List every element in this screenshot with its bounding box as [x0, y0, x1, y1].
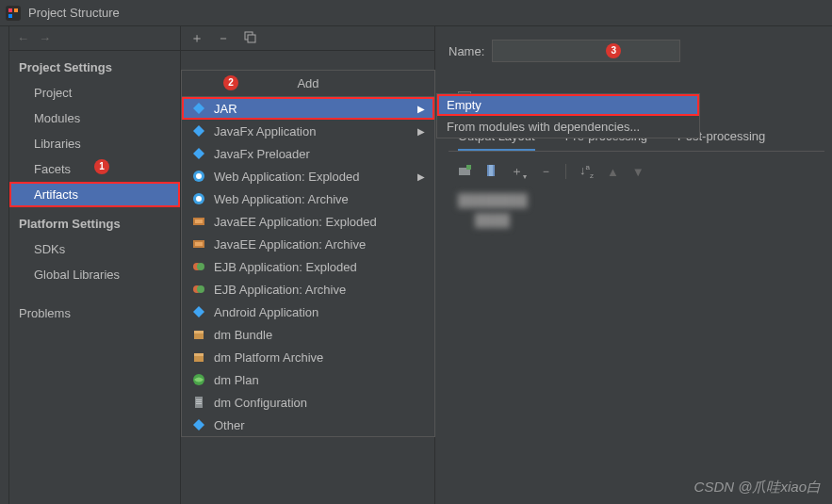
svg-rect-3 — [8, 14, 12, 18]
svg-rect-1 — [8, 8, 12, 12]
svg-rect-14 — [195, 219, 203, 223]
diamond-icon — [191, 417, 206, 432]
svg-point-10 — [196, 173, 202, 179]
annotation-badge-2: 2 — [223, 75, 238, 90]
submenu-item-empty[interactable]: Empty — [437, 94, 699, 116]
chevron-right-icon: ▶ — [417, 104, 425, 114]
ejb-icon — [191, 282, 206, 297]
javaee-icon — [191, 214, 206, 229]
tool-window-strip — [0, 26, 9, 504]
diamond-icon — [191, 101, 206, 116]
svg-marker-21 — [193, 306, 204, 317]
output-layout-tree[interactable]: ████████ ████ — [449, 185, 824, 236]
menu-item-dm-bundle[interactable]: dm Bundle — [182, 323, 434, 346]
move-up-icon[interactable]: ▲ — [607, 165, 619, 179]
menu-item-javafx-preloader[interactable]: JavaFx Preloader — [182, 142, 434, 165]
add-artifact-menu: Add 2 JAR ▶ JavaFx Application ▶ JavaFx … — [181, 70, 435, 437]
forward-icon[interactable]: → — [39, 31, 51, 45]
section-platform-settings: Platform Settings — [9, 207, 180, 236]
svg-rect-29 — [196, 401, 202, 402]
add-copy-icon[interactable]: ＋▾ — [511, 163, 527, 181]
svg-marker-31 — [193, 419, 204, 431]
svg-rect-33 — [466, 165, 471, 170]
menu-item-dm-platform-archive[interactable]: dm Platform Archive — [182, 346, 434, 368]
sidebar-item-project[interactable]: Project — [9, 80, 180, 106]
sort-icon[interactable]: ↓az — [579, 163, 594, 180]
artifact-list-panel: ＋ － Add 2 JAR ▶ JavaFx Application ▶ — [181, 26, 435, 504]
menu-item-javafx-app[interactable]: JavaFx Application ▶ — [182, 120, 434, 142]
svg-marker-6 — [193, 103, 204, 114]
move-down-icon[interactable]: ▼ — [632, 165, 644, 179]
svg-marker-7 — [193, 125, 204, 137]
add-artifact-button[interactable]: ＋ — [190, 30, 204, 47]
diamond-icon — [191, 123, 206, 138]
ejb-icon — [191, 259, 206, 274]
app-icon — [6, 6, 21, 21]
copy-artifact-button[interactable] — [243, 30, 256, 46]
sidebar: ← → Project Settings Project Modules Lib… — [9, 26, 181, 504]
svg-rect-5 — [248, 35, 255, 42]
submenu-item-from-modules[interactable]: From modules with dependencies... — [437, 116, 699, 138]
artifact-name-input[interactable]: 3 — [492, 40, 680, 62]
menu-item-dm-configuration[interactable]: dm Configuration — [182, 391, 434, 414]
web-icon — [191, 169, 206, 184]
svg-rect-28 — [196, 399, 202, 400]
svg-rect-16 — [195, 242, 203, 246]
globe-icon — [191, 372, 206, 387]
sidebar-item-modules[interactable]: Modules — [9, 106, 180, 131]
svg-rect-25 — [194, 353, 204, 356]
menu-header: Add 2 — [182, 71, 434, 97]
tree-item[interactable]: ████ — [458, 210, 815, 230]
javaee-icon — [191, 236, 206, 252]
jar-submenu: Empty From modules with dependencies... — [436, 93, 700, 138]
menu-item-jar[interactable]: JAR ▶ — [182, 97, 434, 120]
annotation-badge-1: 1 — [94, 159, 109, 174]
menu-item-ejb-exploded[interactable]: EJB Application: Exploded — [182, 255, 434, 278]
svg-rect-2 — [14, 8, 18, 12]
svg-rect-0 — [6, 6, 21, 21]
web-icon — [191, 191, 206, 206]
section-project-settings: Project Settings — [9, 51, 180, 80]
menu-item-web-archive[interactable]: Web Application: Archive — [182, 187, 434, 210]
sidebar-item-artifacts[interactable]: Artifacts — [9, 182, 180, 207]
sidebar-item-problems[interactable]: Problems — [9, 301, 180, 326]
file-icon — [191, 395, 206, 410]
tree-item[interactable]: ████████ — [458, 190, 815, 210]
sidebar-item-sdks[interactable]: SDKs — [9, 236, 180, 262]
remove-icon[interactable]: － — [540, 163, 552, 180]
remove-artifact-button[interactable]: － — [217, 30, 230, 47]
nav-history: ← → — [9, 26, 180, 51]
sidebar-item-facets[interactable]: Facets 1 — [9, 156, 180, 182]
sidebar-item-libraries[interactable]: Libraries — [9, 131, 180, 156]
menu-item-android-app[interactable]: Android Application — [182, 301, 434, 323]
new-archive-icon[interactable] — [484, 164, 498, 180]
name-row: Name: 3 — [449, 40, 824, 62]
back-icon[interactable]: ← — [17, 31, 29, 45]
svg-rect-23 — [194, 331, 204, 333]
box-icon — [191, 327, 206, 342]
artifact-toolbar: ＋ － — [181, 26, 434, 51]
svg-point-20 — [197, 285, 204, 293]
new-folder-icon[interactable] — [458, 164, 471, 180]
name-label: Name: — [449, 44, 484, 58]
menu-item-javaee-archive[interactable]: JavaEE Application: Archive — [182, 233, 434, 255]
menu-item-web-exploded[interactable]: Web Application: Exploded ▶ — [182, 165, 434, 187]
svg-point-18 — [197, 263, 204, 270]
box-icon — [191, 350, 206, 365]
chevron-right-icon: ▶ — [417, 126, 425, 137]
menu-item-dm-plan[interactable]: dm Plan — [182, 368, 434, 391]
annotation-badge-3: 3 — [606, 43, 621, 58]
diamond-icon — [191, 146, 206, 161]
window-title: Project Structure — [28, 6, 120, 20]
menu-item-ejb-archive[interactable]: EJB Application: Archive — [182, 278, 434, 301]
menu-item-javaee-exploded[interactable]: JavaEE Application: Exploded — [182, 210, 434, 233]
svg-rect-30 — [196, 403, 202, 404]
title-bar: Project Structure — [0, 0, 832, 26]
svg-marker-8 — [193, 148, 204, 159]
diamond-icon — [191, 304, 206, 319]
sidebar-item-global-libraries[interactable]: Global Libraries — [9, 262, 180, 287]
menu-item-other[interactable]: Other — [182, 414, 434, 436]
output-layout-toolbar: ＋▾ － ↓az ▲ ▼ — [449, 159, 824, 185]
svg-point-12 — [196, 196, 202, 202]
chevron-right-icon: ▶ — [417, 171, 425, 182]
